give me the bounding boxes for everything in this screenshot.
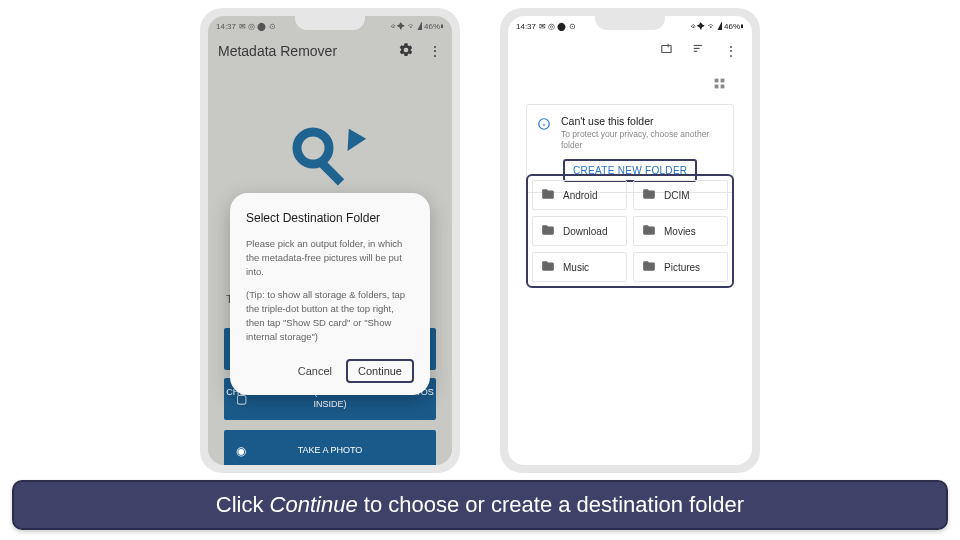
folder-label: Download	[563, 226, 607, 237]
dialog-body: Please pick an output folder, in which t…	[246, 237, 414, 278]
folder-item-music[interactable]: Music	[532, 252, 627, 282]
folder-item-dcim[interactable]: DCIM	[633, 180, 728, 210]
app-bar: Metadata Remover ⋮	[208, 34, 452, 68]
status-icons-right: ◎ ✦ ᯤ ◢ 46%▮	[691, 22, 744, 31]
grid-view-icon[interactable]	[713, 76, 726, 94]
info-icon	[537, 117, 551, 135]
info-subtitle: To protect your privacy, choose another …	[561, 129, 723, 151]
folder-label: DCIM	[664, 190, 690, 201]
svg-rect-2	[662, 46, 671, 53]
continue-button[interactable]: Continue	[346, 359, 414, 383]
phone-right: 14:37 ✉ ◎ ⬤ ⊙ ◎ ✦ ᯤ ◢ 46%▮ ⋮	[500, 8, 760, 473]
notch	[595, 16, 665, 30]
folder-item-android[interactable]: Android	[532, 180, 627, 210]
folder-icon	[541, 259, 555, 275]
folder-label: Pictures	[664, 262, 700, 273]
status-icons-right: ◎ ✦ ᯤ ◢ 46%▮	[391, 22, 444, 31]
folder-icon	[541, 223, 555, 239]
folders-grid: Android DCIM Download Movies Music	[526, 174, 734, 288]
folder-item-pictures[interactable]: Pictures	[633, 252, 728, 282]
new-folder-icon[interactable]	[660, 42, 674, 60]
destination-folder-dialog: Select Destination Folder Please pick an…	[230, 193, 430, 395]
app-title: Metadata Remover	[218, 43, 337, 59]
more-icon[interactable]: ⋮	[724, 43, 738, 59]
app-logo-icon	[285, 118, 375, 192]
dialog-title: Select Destination Folder	[246, 211, 414, 225]
content-area: To remove metadata, process using: ▢ CHO…	[208, 68, 452, 465]
folder-icon	[642, 259, 656, 275]
screen-left: 14:37 ✉ ◎ ⬤ ⊙ ◎ ✦ ᯤ ◢ 46%▮ Metadata Remo…	[208, 16, 452, 465]
caption-bar: Click Continue to choose or create a des…	[12, 480, 948, 530]
svg-rect-9	[721, 85, 725, 89]
caption-em: Continue	[270, 492, 358, 517]
status-icons-left: ✉ ◎ ⬤ ⊙	[239, 22, 276, 31]
sort-icon[interactable]	[692, 42, 706, 60]
folder-label: Music	[563, 262, 589, 273]
folder-icon	[541, 187, 555, 203]
screen-right: 14:37 ✉ ◎ ⬤ ⊙ ◎ ✦ ᯤ ◢ 46%▮ ⋮	[508, 16, 752, 465]
status-icons-left: ✉ ◎ ⬤ ⊙	[539, 22, 576, 31]
folder-item-download[interactable]: Download	[532, 216, 627, 246]
dialog-tip: (Tip: to show all storage & folders, tap…	[246, 288, 414, 343]
folder-label: Movies	[664, 226, 696, 237]
phone-left: 14:37 ✉ ◎ ⬤ ⊙ ◎ ✦ ᯤ ◢ 46%▮ Metadata Remo…	[200, 8, 460, 473]
take-photo-button[interactable]: ◉ TAKE A PHOTO	[224, 430, 436, 465]
svg-rect-8	[715, 85, 719, 89]
camera-icon: ◉	[236, 444, 246, 458]
svg-rect-5	[694, 51, 698, 52]
cancel-button[interactable]: Cancel	[298, 365, 332, 377]
folder-label: Android	[563, 190, 597, 201]
folder-item-movies[interactable]: Movies	[633, 216, 728, 246]
info-title: Can't use this folder	[561, 115, 723, 127]
svg-point-0	[297, 132, 329, 164]
svg-rect-6	[715, 79, 719, 83]
caption-post: to choose or create a destination folder	[358, 492, 744, 517]
folder-icon	[642, 223, 656, 239]
caption-pre: Click	[216, 492, 270, 517]
svg-rect-3	[694, 45, 702, 46]
status-time: 14:37	[516, 22, 536, 31]
svg-rect-1	[317, 158, 345, 186]
svg-rect-4	[694, 48, 700, 49]
status-time: 14:37	[216, 22, 236, 31]
notch	[295, 16, 365, 30]
svg-rect-7	[721, 79, 725, 83]
button-label: TAKE A PHOTO	[298, 445, 363, 457]
settings-icon[interactable]	[398, 42, 414, 61]
folder-icon	[642, 187, 656, 203]
toolbar: ⋮	[508, 34, 752, 68]
more-icon[interactable]: ⋮	[428, 43, 442, 59]
